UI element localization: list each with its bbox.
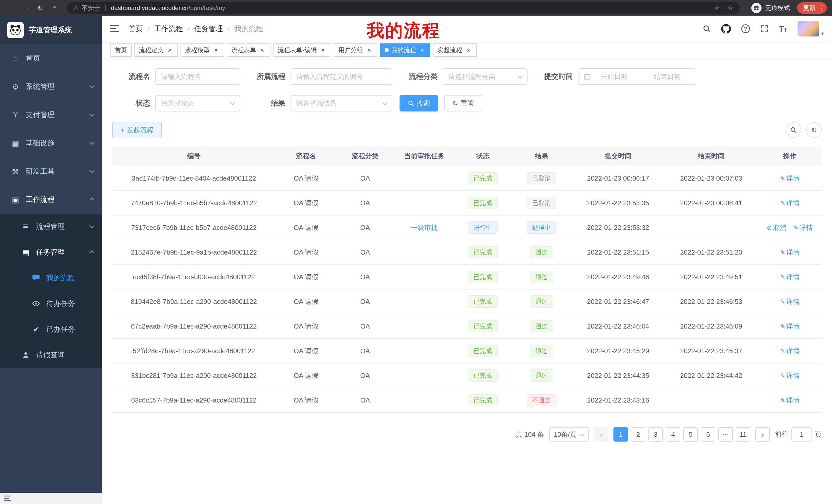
table-row: 2152467e-7b9b-11ec-9a1b-acde48001122 OA … [112,240,822,264]
sidebar-item-system[interactable]: ⚙ 系统管理 [0,73,102,101]
sidebar-item-leave-query[interactable]: 请假查询 [0,342,102,368]
tab[interactable]: 流程定义 × [134,44,178,57]
tab[interactable]: 用户分组 × [334,44,378,57]
tab[interactable]: 发起流程 × [433,44,477,57]
browser-forward-button[interactable]: → [20,2,32,14]
page-button[interactable]: 1 [614,427,628,442]
edit-icon: ✎ [780,372,785,379]
process-category-cell: OA [336,166,394,191]
hamburger-icon[interactable] [110,25,119,33]
process-def-input[interactable] [296,73,387,81]
table-header-cell: 流程名 [276,146,336,166]
browser-home-button[interactable]: ⌂ [48,2,61,14]
font-size-icon[interactable]: TT [779,24,787,34]
close-icon[interactable]: × [166,47,173,53]
prev-page-button[interactable]: ‹ [594,427,608,442]
close-icon[interactable]: × [366,47,373,53]
app-title: 芋道管理系统 [29,25,72,35]
detail-link[interactable]: ✎详情 [780,273,800,281]
sidebar-item-label: 工作流程 [26,195,90,204]
search-button[interactable]: 搜索 [399,95,438,111]
sidebar-item-infrastructure[interactable]: ▦ 基础设施 [0,129,102,157]
app-logo: 芋道管理系统 [0,16,102,44]
user-avatar[interactable]: ▾ [798,21,824,36]
tab[interactable]: 我的流程 × [380,44,431,57]
reset-button[interactable]: ↻ 重置 [444,95,482,111]
tab-label: 用户分组 [338,46,363,54]
close-icon[interactable]: × [419,47,426,53]
tab[interactable]: 流程模型 × [181,44,224,57]
page-button[interactable]: 3 [648,427,663,442]
breadcrumb-item[interactable]: 我的流程 [234,24,263,34]
result-cell: 通过 [511,339,572,363]
search-icon[interactable] [703,25,711,33]
submit-time-range-picker[interactable]: 开始日期 - 结束日期 [578,68,696,85]
close-icon[interactable]: × [212,47,219,53]
process-name-input[interactable] [161,73,234,81]
sidebar-item-done-tasks[interactable]: ✔ 已办任务 [0,316,102,342]
browser-update-button[interactable]: 更新 ⋮ [797,2,827,13]
detail-link[interactable]: ✎详情 [780,199,800,207]
breadcrumb-item[interactable]: 首页 / [129,24,154,34]
page-button[interactable]: 11 [736,427,750,442]
help-icon[interactable]: ? [741,24,750,33]
breadcrumb-item[interactable]: 任务管理 / [194,24,234,34]
browser-reload-button[interactable]: ↻ [34,2,46,14]
page-button[interactable]: 5 [683,427,698,442]
edit-icon: ✎ [780,298,785,305]
key-icon[interactable] [714,4,721,11]
detail-link[interactable]: ✎详情 [780,396,800,404]
next-page-button[interactable]: › [755,427,770,442]
status-select[interactable]: 请选择状态 [155,95,240,111]
close-icon[interactable]: × [319,47,327,53]
page-button[interactable]: 6 [701,427,715,442]
sidebar-item-payment[interactable]: ¥ 支付管理 [0,101,102,129]
browser-menu-icon[interactable]: ⋮ [816,3,826,12]
create-process-button[interactable]: + 发起流程 [112,122,162,138]
current-task-cell: 一级审批 [394,215,454,240]
detail-link[interactable]: ✎详情 [780,323,800,330]
sidebar-item-home[interactable]: ⌂ 首页 [0,44,102,73]
sidebar-item-workflow[interactable]: ▣ 工作流程 [0,186,102,214]
bookmark-star-icon[interactable]: ☆ [727,4,734,12]
sidebar-item-process-management[interactable]: ≣ 流程管理 [0,214,102,240]
close-icon[interactable]: × [465,47,472,53]
sidebar-item-task-management[interactable]: ▤ 任务管理 [0,240,102,265]
current-task-link[interactable]: 一级审批 [411,224,438,231]
page-button[interactable]: 4 [666,427,680,442]
breadcrumb-item[interactable]: 工作流程 / [154,24,194,34]
table-header-cell: 操作 [758,146,822,166]
fullscreen-icon[interactable] [760,25,769,33]
tab[interactable]: 首页 [110,44,132,57]
detail-link[interactable]: ✎详情 [794,224,813,231]
close-icon[interactable]: × [259,47,266,53]
detail-link[interactable]: ✎详情 [780,347,800,355]
page-size-select[interactable]: 10条/页 [549,427,589,442]
sidebar-item-my-process[interactable]: 我的流程 [0,265,102,291]
category-select[interactable]: 请选择流程分类 [443,68,527,85]
page-button[interactable]: 2 [631,427,645,442]
refresh-table-button[interactable]: ↻ [806,122,822,138]
page-url: dashboard.yudao.iocoder.cn/bpm/task/my [111,4,225,11]
browser-back-button[interactable]: ← [5,2,18,14]
tab[interactable]: 流程表单 × [227,44,270,57]
github-icon[interactable] [721,24,731,34]
sidebar-item-todo-tasks[interactable]: 待办任务 [0,291,102,316]
process-category-cell: OA [336,215,394,240]
sidebar-collapse-bar[interactable] [0,493,102,504]
detail-link[interactable]: ✎详情 [780,174,800,182]
result-select[interactable]: 请选择流结果 [290,95,392,111]
sidebar-item-devtools[interactable]: ⚒ 研发工具 [0,157,102,186]
refresh-icon: ↻ [811,126,817,134]
status-cell: 已完成 [454,388,511,413]
detail-link[interactable]: ✎详情 [780,298,800,305]
tab[interactable]: 流程表单-编辑 × [273,44,331,57]
detail-link[interactable]: ✎详情 [780,372,800,380]
detail-link[interactable]: ✎详情 [780,248,800,256]
cancel-link[interactable]: ⊘取消 [767,224,786,231]
address-bar[interactable]: ⚠ 不安全 dashboard.yudao.iocoder.cn/bpm/tas… [67,2,740,13]
page-button[interactable]: ··· [718,427,733,442]
toggle-search-button[interactable] [786,122,801,138]
goto-page-input[interactable] [791,427,812,442]
current-task-cell [394,314,454,339]
